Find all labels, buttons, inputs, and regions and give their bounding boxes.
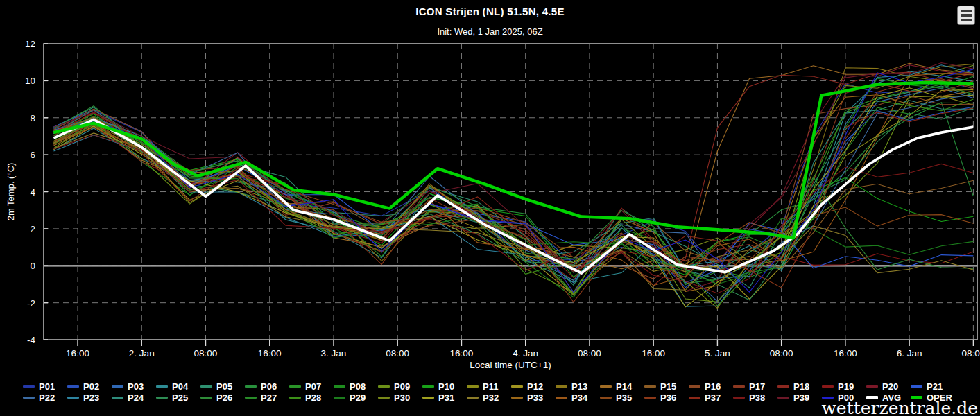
legend-swatch-P35 <box>600 397 612 399</box>
legend-item-P38: P38 <box>733 392 777 403</box>
legend-label: P25 <box>172 392 188 403</box>
oper-line <box>53 83 973 238</box>
x-tick-label: 4. Jan <box>513 348 538 358</box>
legend-item-P20: P20 <box>866 381 911 392</box>
legend-item-P31: P31 <box>422 392 467 403</box>
legend-item-P01: P01 <box>23 381 67 392</box>
legend-swatch-P08 <box>334 385 345 388</box>
legend-swatch-P02 <box>67 385 79 388</box>
legend-swatch-P13 <box>556 385 567 388</box>
legend-item-P21: P21 <box>911 381 955 392</box>
x-tick-label: 08:00 <box>961 348 980 358</box>
legend-label: P08 <box>350 381 366 392</box>
legend-item-P25: P25 <box>156 392 200 403</box>
legend-swatch-P14 <box>600 385 612 388</box>
legend-item-P22: P22 <box>23 392 67 403</box>
legend-label: P01 <box>39 381 55 392</box>
legend-item-P06: P06 <box>245 381 289 392</box>
legend-swatch-P37 <box>689 397 700 399</box>
legend-item-P23: P23 <box>67 392 112 403</box>
legend-label: P10 <box>438 381 454 392</box>
legend-label: P27 <box>261 392 277 403</box>
legend-label: P21 <box>927 381 943 392</box>
legend-item-P11: P11 <box>467 381 511 392</box>
legend-swatch-P34 <box>556 397 567 399</box>
legend-swatch-P06 <box>245 385 257 388</box>
legend-swatch-P12 <box>511 385 523 388</box>
legend-label: P05 <box>216 381 232 392</box>
x-tick-label: 08:00 <box>578 348 601 358</box>
legend-item-P28: P28 <box>289 392 334 403</box>
legend-swatch-P26 <box>200 397 212 399</box>
x-tick-label: 16:00 <box>642 348 665 358</box>
x-tick-label: 08:00 <box>194 348 218 358</box>
legend-label: P07 <box>305 381 321 392</box>
legend-label: P06 <box>261 381 277 392</box>
legend-label: P31 <box>438 392 454 403</box>
legend-item-P04: P04 <box>156 381 200 392</box>
legend-label: P13 <box>571 381 587 392</box>
legend-swatch-P29 <box>334 397 345 399</box>
legend-swatch-P19 <box>822 385 834 388</box>
legend-item-P19: P19 <box>822 381 866 392</box>
x-tick-label: 08:00 <box>386 348 409 358</box>
y-tick-label: -2 <box>27 298 35 309</box>
legend-item-P24: P24 <box>112 392 156 403</box>
oper-series <box>53 83 973 238</box>
x-tick-label: 16:00 <box>834 348 857 358</box>
legend-swatch-P24 <box>112 397 123 399</box>
y-tick-label: 4 <box>30 187 35 198</box>
legend-item-P27: P27 <box>245 392 289 403</box>
legend-label: P22 <box>39 392 55 403</box>
x-axis-label: Local time (UTC+1) <box>470 360 551 370</box>
legend-swatch-P05 <box>200 385 212 388</box>
legend-item-P39: P39 <box>777 392 822 403</box>
legend-swatch-P30 <box>378 397 390 399</box>
y-tick-label: 12 <box>25 39 35 49</box>
legend-item-P02: P02 <box>67 381 112 392</box>
legend-label: P14 <box>616 381 632 392</box>
legend-label: P23 <box>83 392 99 403</box>
ensemble-member-line-P36 <box>53 79 973 302</box>
legend-item-P17: P17 <box>733 381 777 392</box>
legend-item-P13: P13 <box>556 381 600 392</box>
y-tick-label: 8 <box>30 113 35 123</box>
y-tick-label: 0 <box>30 261 35 271</box>
x-tick-label: 2. Jan <box>129 348 155 358</box>
legend-label: P38 <box>749 392 765 403</box>
x-tick-label: 16:00 <box>450 348 474 358</box>
legend-label: P24 <box>128 392 144 403</box>
legend-item-P07: P07 <box>289 381 334 392</box>
legend-item-P26: P26 <box>200 392 245 403</box>
legend-label: P03 <box>128 381 144 392</box>
legend-swatch-P11 <box>467 385 479 388</box>
legend-item-P35: P35 <box>600 392 644 403</box>
watermark: wetterzentrale.de <box>821 398 978 416</box>
legend-label: P29 <box>350 392 366 403</box>
legend-item-P37: P37 <box>689 392 733 403</box>
legend-item-P09: P09 <box>378 381 422 392</box>
legend-item-P05: P05 <box>200 381 245 392</box>
legend-item-P29: P29 <box>334 392 378 403</box>
legend-label: P09 <box>394 381 410 392</box>
legend-swatch-P32 <box>467 397 479 399</box>
legend-swatch-P39 <box>777 397 789 399</box>
legend-label: P33 <box>527 392 543 403</box>
y-tick-label: 2 <box>30 224 35 234</box>
legend-label: P19 <box>838 381 854 392</box>
x-tick-label: 16:00 <box>258 348 282 358</box>
legend-item-P15: P15 <box>644 381 689 392</box>
legend-item-P16: P16 <box>689 381 733 392</box>
ensemble-member-line-P07 <box>53 85 973 294</box>
y-tick-label: 6 <box>30 150 35 160</box>
legend-swatch-P21 <box>911 385 922 388</box>
legend-label: P30 <box>394 392 410 403</box>
legend-swatch-P03 <box>112 385 123 388</box>
legend-label: P16 <box>705 381 721 392</box>
legend-item-P32: P32 <box>467 392 511 403</box>
legend-swatch-P10 <box>422 385 434 388</box>
legend-swatch-P36 <box>644 397 656 399</box>
legend-swatch-P16 <box>689 385 700 388</box>
y-axis-label: 2m Temp. (°C) <box>6 163 16 221</box>
legend-item-P36: P36 <box>644 392 689 403</box>
